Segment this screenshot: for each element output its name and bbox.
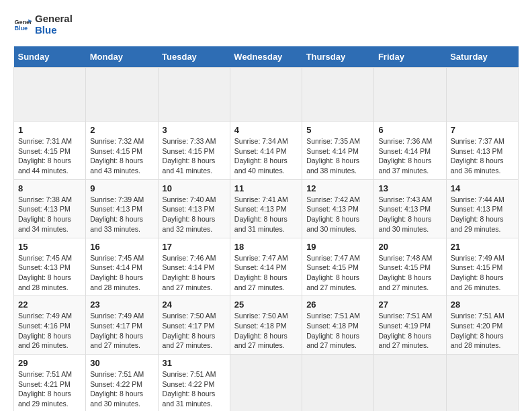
day-info: Sunrise: 7:51 AMSunset: 4:21 PMDaylight:… bbox=[18, 369, 81, 409]
day-number: 1 bbox=[18, 125, 81, 135]
day-info: Sunrise: 7:50 AMSunset: 4:18 PMDaylight:… bbox=[234, 311, 298, 351]
day-number: 29 bbox=[18, 358, 81, 368]
day-info: Sunrise: 7:48 AMSunset: 4:15 PMDaylight:… bbox=[378, 253, 441, 293]
calendar-cell: 25Sunrise: 7:50 AMSunset: 4:18 PMDayligh… bbox=[230, 296, 302, 355]
day-number: 31 bbox=[163, 358, 226, 368]
calendar-cell: 22Sunrise: 7:49 AMSunset: 4:16 PMDayligh… bbox=[14, 296, 86, 355]
day-info: Sunrise: 7:33 AMSunset: 4:15 PMDaylight:… bbox=[163, 136, 226, 176]
day-info: Sunrise: 7:51 AMSunset: 4:20 PMDaylight:… bbox=[451, 311, 514, 351]
day-number: 6 bbox=[378, 125, 441, 135]
calendar-cell: 28Sunrise: 7:51 AMSunset: 4:20 PMDayligh… bbox=[446, 296, 518, 355]
calendar-cell: 4Sunrise: 7:34 AMSunset: 4:14 PMDaylight… bbox=[230, 122, 302, 180]
day-number: 9 bbox=[90, 183, 153, 193]
day-info: Sunrise: 7:47 AMSunset: 4:14 PMDaylight:… bbox=[234, 253, 298, 293]
day-info: Sunrise: 7:32 AMSunset: 4:15 PMDaylight:… bbox=[90, 136, 153, 176]
day-info: Sunrise: 7:51 AMSunset: 4:19 PMDaylight:… bbox=[378, 311, 441, 351]
header-sunday: Sunday bbox=[14, 46, 86, 68]
calendar-cell: 26Sunrise: 7:51 AMSunset: 4:18 PMDayligh… bbox=[302, 296, 374, 355]
day-number: 21 bbox=[451, 242, 514, 252]
day-number: 22 bbox=[18, 300, 81, 310]
day-number: 10 bbox=[163, 183, 226, 193]
calendar-cell bbox=[14, 68, 86, 122]
calendar-cell: 24Sunrise: 7:50 AMSunset: 4:17 PMDayligh… bbox=[158, 296, 230, 355]
day-number: 14 bbox=[451, 183, 514, 193]
day-number: 26 bbox=[306, 300, 369, 310]
week-row-5: 29Sunrise: 7:51 AMSunset: 4:21 PMDayligh… bbox=[14, 355, 519, 412]
day-info: Sunrise: 7:35 AMSunset: 4:14 PMDaylight:… bbox=[306, 136, 369, 176]
day-number: 27 bbox=[378, 300, 441, 310]
calendar-cell bbox=[374, 355, 446, 412]
day-info: Sunrise: 7:49 AMSunset: 4:17 PMDaylight:… bbox=[90, 311, 153, 351]
day-info: Sunrise: 7:43 AMSunset: 4:13 PMDaylight:… bbox=[378, 195, 441, 234]
calendar-cell: 27Sunrise: 7:51 AMSunset: 4:19 PMDayligh… bbox=[374, 296, 446, 355]
header-friday: Friday bbox=[374, 46, 446, 68]
day-number: 18 bbox=[234, 242, 298, 252]
header-tuesday: Tuesday bbox=[158, 46, 230, 68]
calendar-cell: 16Sunrise: 7:45 AMSunset: 4:14 PMDayligh… bbox=[86, 238, 158, 296]
day-number: 24 bbox=[163, 300, 226, 310]
day-number: 13 bbox=[378, 183, 441, 193]
logo: General Blue General Blue bbox=[13, 13, 73, 36]
calendar-cell: 21Sunrise: 7:49 AMSunset: 4:15 PMDayligh… bbox=[446, 238, 518, 296]
day-info: Sunrise: 7:49 AMSunset: 4:16 PMDaylight:… bbox=[18, 311, 81, 351]
week-row-0 bbox=[14, 68, 519, 122]
calendar-cell: 5Sunrise: 7:35 AMSunset: 4:14 PMDaylight… bbox=[302, 122, 374, 180]
day-number: 20 bbox=[378, 242, 441, 252]
calendar-cell: 23Sunrise: 7:49 AMSunset: 4:17 PMDayligh… bbox=[86, 296, 158, 355]
day-number: 23 bbox=[90, 300, 153, 310]
calendar-cell bbox=[230, 355, 302, 412]
header-row: SundayMondayTuesdayWednesdayThursdayFrid… bbox=[14, 46, 519, 68]
week-row-2: 8Sunrise: 7:38 AMSunset: 4:13 PMDaylight… bbox=[14, 179, 519, 238]
day-info: Sunrise: 7:46 AMSunset: 4:14 PMDaylight:… bbox=[163, 253, 226, 293]
day-info: Sunrise: 7:50 AMSunset: 4:17 PMDaylight:… bbox=[163, 311, 226, 351]
week-row-4: 22Sunrise: 7:49 AMSunset: 4:16 PMDayligh… bbox=[14, 296, 519, 355]
calendar-cell: 20Sunrise: 7:48 AMSunset: 4:15 PMDayligh… bbox=[374, 238, 446, 296]
logo-line2: Blue bbox=[35, 25, 73, 36]
logo-icon: General Blue bbox=[13, 15, 32, 34]
week-row-3: 15Sunrise: 7:45 AMSunset: 4:13 PMDayligh… bbox=[14, 238, 519, 296]
day-info: Sunrise: 7:39 AMSunset: 4:13 PMDaylight:… bbox=[90, 195, 153, 234]
calendar-cell: 9Sunrise: 7:39 AMSunset: 4:13 PMDaylight… bbox=[86, 179, 158, 238]
calendar-cell: 17Sunrise: 7:46 AMSunset: 4:14 PMDayligh… bbox=[158, 238, 230, 296]
calendar-table: SundayMondayTuesdayWednesdayThursdayFrid… bbox=[13, 46, 519, 411]
day-info: Sunrise: 7:51 AMSunset: 4:22 PMDaylight:… bbox=[163, 369, 226, 409]
calendar-cell: 6Sunrise: 7:36 AMSunset: 4:14 PMDaylight… bbox=[374, 122, 446, 180]
calendar-cell: 29Sunrise: 7:51 AMSunset: 4:21 PMDayligh… bbox=[14, 355, 86, 412]
day-number: 2 bbox=[90, 125, 153, 135]
day-info: Sunrise: 7:40 AMSunset: 4:13 PMDaylight:… bbox=[163, 195, 226, 234]
header-saturday: Saturday bbox=[446, 46, 518, 68]
day-number: 11 bbox=[234, 183, 298, 193]
day-number: 30 bbox=[90, 358, 153, 368]
day-info: Sunrise: 7:51 AMSunset: 4:22 PMDaylight:… bbox=[90, 369, 153, 409]
calendar-cell: 18Sunrise: 7:47 AMSunset: 4:14 PMDayligh… bbox=[230, 238, 302, 296]
day-number: 12 bbox=[306, 183, 369, 193]
day-info: Sunrise: 7:45 AMSunset: 4:13 PMDaylight:… bbox=[18, 253, 81, 293]
svg-text:Blue: Blue bbox=[14, 25, 28, 32]
calendar-cell bbox=[302, 68, 374, 122]
day-info: Sunrise: 7:37 AMSunset: 4:13 PMDaylight:… bbox=[451, 136, 514, 176]
calendar-cell: 11Sunrise: 7:41 AMSunset: 4:13 PMDayligh… bbox=[230, 179, 302, 238]
day-number: 17 bbox=[163, 242, 226, 252]
calendar-cell: 8Sunrise: 7:38 AMSunset: 4:13 PMDaylight… bbox=[14, 179, 86, 238]
header-monday: Monday bbox=[86, 46, 158, 68]
day-info: Sunrise: 7:44 AMSunset: 4:13 PMDaylight:… bbox=[451, 195, 514, 234]
day-number: 4 bbox=[234, 125, 298, 135]
day-info: Sunrise: 7:49 AMSunset: 4:15 PMDaylight:… bbox=[451, 253, 514, 293]
day-info: Sunrise: 7:45 AMSunset: 4:14 PMDaylight:… bbox=[90, 253, 153, 293]
calendar-cell: 19Sunrise: 7:47 AMSunset: 4:15 PMDayligh… bbox=[302, 238, 374, 296]
calendar-cell bbox=[302, 355, 374, 412]
calendar-cell: 31Sunrise: 7:51 AMSunset: 4:22 PMDayligh… bbox=[158, 355, 230, 412]
calendar-cell bbox=[446, 68, 518, 122]
day-info: Sunrise: 7:36 AMSunset: 4:14 PMDaylight:… bbox=[378, 136, 441, 176]
day-info: Sunrise: 7:38 AMSunset: 4:13 PMDaylight:… bbox=[18, 195, 81, 234]
day-info: Sunrise: 7:42 AMSunset: 4:13 PMDaylight:… bbox=[306, 195, 369, 234]
day-number: 3 bbox=[163, 125, 226, 135]
calendar-cell: 3Sunrise: 7:33 AMSunset: 4:15 PMDaylight… bbox=[158, 122, 230, 180]
day-number: 5 bbox=[306, 125, 369, 135]
calendar-cell: 7Sunrise: 7:37 AMSunset: 4:13 PMDaylight… bbox=[446, 122, 518, 180]
day-number: 16 bbox=[90, 242, 153, 252]
page-header: General Blue General Blue bbox=[13, 13, 519, 36]
day-number: 8 bbox=[18, 183, 81, 193]
day-number: 19 bbox=[306, 242, 369, 252]
calendar-cell: 2Sunrise: 7:32 AMSunset: 4:15 PMDaylight… bbox=[86, 122, 158, 180]
